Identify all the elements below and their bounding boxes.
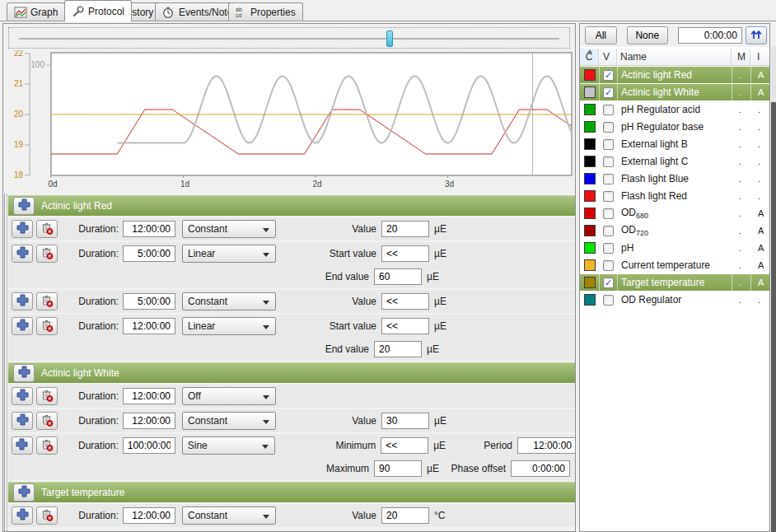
color-swatch[interactable]	[584, 259, 596, 271]
visibility-checkbox[interactable]	[603, 105, 614, 115]
visibility-checkbox[interactable]	[603, 295, 614, 306]
mode-dropdown[interactable]: Constant	[182, 220, 276, 238]
visibility-checkbox[interactable]	[603, 122, 614, 133]
mode-dropdown[interactable]: Off	[182, 387, 276, 405]
column-header-m[interactable]: M	[732, 49, 750, 65]
tab-protocol[interactable]: Protocol	[64, 0, 132, 21]
field-input[interactable]	[381, 221, 429, 237]
field-input[interactable]	[374, 460, 422, 477]
channel-row[interactable]: pH Regulator acid..	[580, 101, 769, 118]
color-swatch[interactable]	[584, 173, 596, 184]
column-header-name[interactable]: Name	[617, 49, 732, 65]
tab-properties[interactable]: abcd Properties	[228, 2, 303, 21]
timeline-slider[interactable]	[8, 27, 570, 49]
delete-step-button[interactable]	[36, 220, 58, 238]
channel-row[interactable]: OD680.A	[580, 205, 769, 222]
column-header-v[interactable]: V	[599, 49, 617, 65]
select-none-button[interactable]: None	[627, 26, 668, 44]
channel-row[interactable]: Current temperature.A	[580, 257, 769, 273]
add-step-button[interactable]	[12, 506, 33, 525]
color-swatch[interactable]	[584, 69, 596, 81]
add-step-button[interactable]	[13, 197, 35, 215]
slider-handle[interactable]	[386, 30, 393, 47]
duration-input[interactable]	[123, 388, 175, 404]
time-input[interactable]	[678, 27, 742, 44]
add-step-button[interactable]	[13, 364, 35, 382]
channel-row[interactable]: ✓Target temperature.A	[580, 274, 769, 291]
channel-row[interactable]: Flash light Red..	[580, 188, 769, 204]
channel-row[interactable]: pH Regulator base..	[580, 119, 769, 135]
mode-dropdown[interactable]: Constant	[182, 292, 276, 310]
color-swatch[interactable]	[584, 225, 596, 236]
visibility-checkbox[interactable]	[603, 191, 614, 202]
duration-input[interactable]	[123, 293, 175, 310]
delete-step-button[interactable]	[36, 412, 58, 430]
visibility-checkbox[interactable]	[603, 243, 614, 254]
field-input[interactable]	[374, 268, 422, 285]
channel-row[interactable]: OD Regulator..	[580, 292, 769, 308]
color-swatch[interactable]	[584, 121, 596, 133]
visibility-checkbox[interactable]	[603, 139, 614, 150]
mode-dropdown[interactable]: Linear	[182, 245, 276, 263]
channel-row[interactable]: OD720.A	[580, 222, 769, 239]
color-swatch[interactable]	[584, 86, 596, 98]
duration-input[interactable]	[123, 221, 175, 237]
visibility-checkbox[interactable]: ✓	[603, 278, 614, 288]
visibility-checkbox[interactable]: ✓	[603, 70, 614, 81]
color-swatch[interactable]	[584, 104, 596, 115]
select-all-button[interactable]: All	[585, 26, 617, 44]
color-swatch[interactable]	[584, 138, 596, 150]
delete-step-button[interactable]	[36, 245, 58, 263]
color-swatch[interactable]	[584, 190, 596, 202]
visibility-checkbox[interactable]	[603, 260, 614, 271]
scrollbar-thumb[interactable]	[771, 102, 776, 532]
protocol-chart[interactable]: 22212019181000d1d2d3d	[3, 50, 576, 192]
color-swatch[interactable]	[584, 156, 596, 167]
add-step-button[interactable]	[12, 245, 33, 263]
add-step-button[interactable]	[12, 220, 33, 238]
panel-scrollbar[interactable]	[771, 46, 776, 532]
field-input[interactable]	[381, 437, 428, 454]
add-step-button[interactable]	[12, 292, 33, 310]
channel-row[interactable]: Flash light Blue..	[580, 170, 769, 187]
duration-input[interactable]	[123, 437, 175, 454]
add-step-button[interactable]	[12, 412, 33, 430]
duration-input[interactable]	[123, 507, 175, 524]
visibility-checkbox[interactable]	[603, 174, 614, 184]
field-input[interactable]	[381, 507, 429, 524]
field-input[interactable]	[381, 318, 429, 334]
channel-row[interactable]: External light B..	[580, 136, 769, 152]
field-input[interactable]	[517, 437, 576, 454]
duration-input[interactable]	[123, 245, 175, 262]
delete-step-button[interactable]	[36, 387, 58, 405]
add-step-button[interactable]	[13, 483, 35, 502]
channel-row[interactable]: pH.A	[580, 240, 769, 256]
duration-input[interactable]	[123, 318, 175, 334]
color-swatch[interactable]	[584, 294, 596, 306]
delete-step-button[interactable]	[36, 292, 58, 310]
color-swatch[interactable]	[584, 242, 596, 254]
field-input[interactable]	[511, 460, 570, 477]
column-header-c[interactable]: C	[580, 49, 599, 65]
delete-step-button[interactable]	[36, 506, 58, 525]
visibility-checkbox[interactable]	[603, 156, 614, 167]
channel-row[interactable]: External light C..	[580, 153, 769, 170]
mode-dropdown[interactable]: Constant	[182, 506, 276, 525]
channel-row[interactable]: ✓Actinic light White.A	[580, 84, 769, 100]
mode-dropdown[interactable]: Constant	[182, 412, 276, 430]
field-input[interactable]	[381, 293, 429, 310]
add-step-button[interactable]	[12, 317, 33, 335]
delete-step-button[interactable]	[36, 317, 58, 335]
slider-track[interactable]	[19, 38, 559, 40]
color-swatch[interactable]	[584, 208, 596, 219]
scroll-top-button[interactable]	[746, 26, 767, 44]
tab-graph[interactable]: Graph	[7, 2, 65, 21]
mode-dropdown[interactable]: Linear	[182, 317, 276, 335]
visibility-checkbox[interactable]	[603, 226, 614, 236]
visibility-checkbox[interactable]	[603, 208, 614, 219]
field-input[interactable]	[381, 245, 429, 262]
field-input[interactable]	[374, 341, 422, 357]
field-input[interactable]	[381, 413, 429, 429]
add-step-button[interactable]	[12, 436, 33, 455]
mode-dropdown[interactable]: Sine	[182, 436, 276, 455]
